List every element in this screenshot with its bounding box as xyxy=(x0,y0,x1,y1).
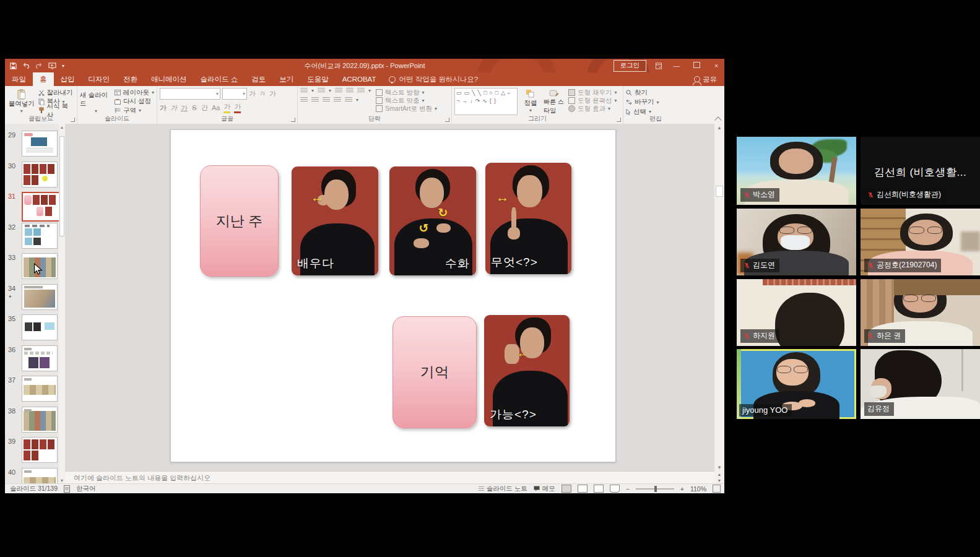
minimize-button[interactable]: — xyxy=(671,62,682,69)
sign-photo-what[interactable]: ↔ 무엇<?> xyxy=(485,163,571,274)
quick-styles-button[interactable]: 빠른 스타일 xyxy=(544,88,565,116)
new-slide-button[interactable]: 새 슬라이드 ▾ xyxy=(80,88,112,115)
italic-icon[interactable]: 가 xyxy=(170,103,177,113)
tab-insert[interactable]: 삽입 xyxy=(54,72,82,86)
format-painter-button[interactable]: 서식 복사 xyxy=(38,106,74,114)
slide-nav-buttons[interactable]: ▲ ▼ xyxy=(714,472,724,484)
thumbnail-slide-38[interactable]: 38 xyxy=(5,406,65,437)
character-spacing-icon[interactable]: 간 xyxy=(201,103,208,113)
memo-button[interactable]: 메모 xyxy=(534,485,555,493)
section-button[interactable]: 구역▾ xyxy=(115,106,154,114)
tab-transitions[interactable]: 전환 xyxy=(116,72,144,86)
collapse-ribbon-icon[interactable] xyxy=(714,116,721,123)
sign-photo-sign-language[interactable]: ↺ ↻ 수화 xyxy=(389,166,476,275)
decrease-indent-icon[interactable] xyxy=(335,88,342,93)
thumbnail-slide-35[interactable]: 35 xyxy=(5,314,65,345)
find-button[interactable]: 찾기 xyxy=(626,89,685,97)
align-center-icon[interactable] xyxy=(311,97,319,103)
tab-design[interactable]: 디자인 xyxy=(82,72,117,86)
sign-photo-learn[interactable]: ↔ 배우다 xyxy=(292,166,378,275)
zoom-out-button[interactable]: − xyxy=(626,485,630,493)
previous-slide-icon[interactable]: ▲ xyxy=(714,472,724,478)
scroll-down-icon[interactable]: ▼ xyxy=(59,478,65,483)
editor-scrollbar[interactable]: ▲ ▼ xyxy=(714,124,724,472)
shape-icon[interactable]: ∿ xyxy=(482,97,487,105)
thumbnail-slide-32[interactable]: 32 xyxy=(5,222,65,253)
spell-check-icon[interactable] xyxy=(64,485,70,493)
shape-icon[interactable]: ╲ xyxy=(472,89,475,97)
zoom-in-button[interactable]: + xyxy=(680,485,684,493)
align-left-icon[interactable] xyxy=(300,97,308,103)
tab-home[interactable]: 홈 xyxy=(33,72,54,86)
font-name-combo[interactable]: ▾ xyxy=(160,88,220,100)
fit-to-window-icon[interactable] xyxy=(713,485,721,493)
login-button[interactable]: 로그인 xyxy=(614,60,647,72)
shape-icon[interactable]: △ xyxy=(501,89,505,97)
line-spacing-icon[interactable] xyxy=(357,88,365,93)
tell-me-search[interactable]: 어떤 작업을 원하시나요? xyxy=(383,72,484,86)
thumbnail-slide-40[interactable]: 40 xyxy=(5,467,65,485)
notes-toggle-button[interactable]: 슬라이드 노트 xyxy=(479,485,527,493)
font-dialog-launcher[interactable] xyxy=(291,118,295,122)
shape-icon[interactable]: □ xyxy=(495,89,498,97)
scroll-up-icon[interactable]: ▲ xyxy=(714,125,724,131)
scroll-up-icon[interactable]: ▲ xyxy=(59,125,65,129)
cut-button[interactable]: 잘라내기 xyxy=(38,89,74,97)
scrollbar-thumb[interactable] xyxy=(59,136,64,236)
decrease-font-icon[interactable]: 가 xyxy=(259,90,266,98)
shape-icon[interactable]: ▭ xyxy=(456,89,462,97)
zoom-slider[interactable] xyxy=(636,488,674,490)
justify-icon[interactable] xyxy=(334,97,341,103)
text-card-last-week[interactable]: 지난 주 xyxy=(200,165,279,277)
video-tile-1[interactable]: 박소영 xyxy=(737,137,856,205)
normal-view-button[interactable] xyxy=(562,485,571,493)
notes-pane[interactable]: 여기에 슬라이드 노트의 내용을 입력하십시오 xyxy=(65,471,714,484)
shape-icon[interactable]: → xyxy=(462,97,467,105)
tab-acrobat[interactable]: ACROBAT xyxy=(336,72,383,86)
tab-slideshow[interactable]: 슬라이드 쇼 xyxy=(194,72,245,86)
shape-icon[interactable]: ○ xyxy=(489,89,492,97)
slide-canvas[interactable]: 지난 주 ↔ 배우다 ↺ ↻ xyxy=(170,129,616,462)
maximize-button[interactable] xyxy=(691,62,702,69)
shape-icon[interactable]: ↷ xyxy=(475,97,480,105)
convert-smartart-button[interactable]: SmartArt로 변환▾ xyxy=(376,105,437,113)
thumbnail-slide-31-selected[interactable]: 31 xyxy=(5,191,65,222)
strikethrough-icon[interactable]: S xyxy=(191,104,197,111)
paragraph-dialog-launcher[interactable] xyxy=(445,118,449,122)
underline-icon[interactable]: 가 xyxy=(181,103,188,113)
font-size-combo[interactable]: ▾ xyxy=(222,88,247,100)
shape-icon[interactable]: ¬ xyxy=(456,97,459,105)
drawing-dialog-launcher[interactable] xyxy=(617,118,621,122)
shape-icon[interactable]: □ xyxy=(483,89,487,97)
tab-help[interactable]: 도움말 xyxy=(300,72,336,86)
thumbnail-slide-30[interactable]: 30 xyxy=(5,161,65,192)
thumbnail-slide-36[interactable]: 36 xyxy=(5,345,65,376)
shape-icon[interactable]: ⌐ xyxy=(508,89,511,97)
shape-fill-button[interactable]: 도형 채우기▾ xyxy=(568,89,617,97)
arrange-button[interactable]: 정렬▾ xyxy=(521,88,540,114)
tab-view[interactable]: 보기 xyxy=(272,72,300,86)
shape-gallery[interactable]: ▭▭ ╲╲ □○ □△ ⌐¬ →↓ ↷∿ {} xyxy=(454,88,518,115)
reading-view-button[interactable] xyxy=(594,485,604,493)
video-tile-4[interactable]: 공정호(21902704) xyxy=(861,209,980,275)
thumbnail-scrollbar[interactable]: ▲ ▼ xyxy=(59,124,65,484)
highlight-color-icon[interactable]: 가 xyxy=(223,102,230,113)
numbering-icon[interactable] xyxy=(318,88,325,93)
increase-indent-icon[interactable] xyxy=(346,88,353,93)
text-card-memory[interactable]: 기억 xyxy=(392,316,477,428)
font-color-icon[interactable]: 가 xyxy=(234,102,241,113)
thumbnail-slide-37[interactable]: 37 xyxy=(5,375,65,406)
tab-file[interactable]: 파일 xyxy=(5,72,33,86)
language-indicator[interactable]: 한국어 xyxy=(76,485,96,493)
change-case-icon[interactable]: Aa xyxy=(212,104,220,111)
zoom-level[interactable]: 110% xyxy=(690,485,706,493)
video-tile-3[interactable]: 김도연 xyxy=(737,209,856,275)
video-tile-5[interactable]: 하지원 xyxy=(737,279,856,346)
thumbnail-slide-34[interactable]: 34✦ xyxy=(5,283,65,314)
reset-button[interactable]: 다시 설정 xyxy=(115,98,154,106)
sign-photo-possible[interactable]: ← 가능<?> xyxy=(484,315,570,426)
columns-icon[interactable] xyxy=(345,97,352,103)
paste-button[interactable]: 붙여넣기 ▾ xyxy=(7,88,36,115)
align-right-icon[interactable] xyxy=(323,97,330,103)
bullets-icon[interactable] xyxy=(300,88,308,93)
